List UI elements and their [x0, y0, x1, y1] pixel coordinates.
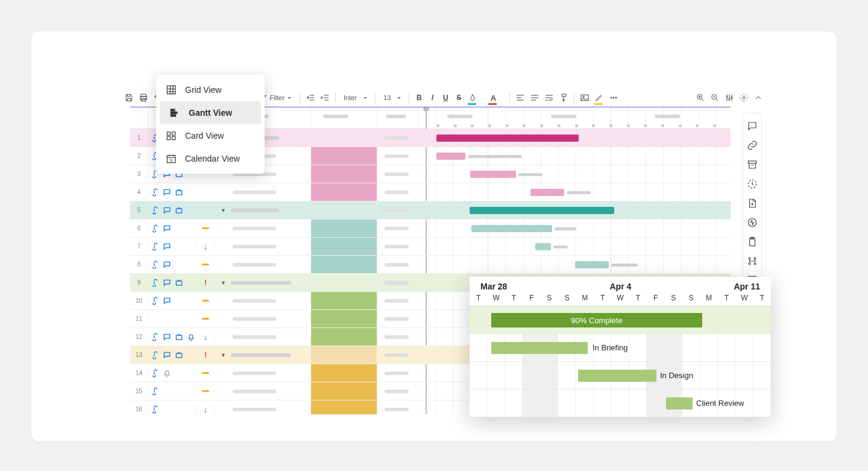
- svg-point-28: [754, 258, 756, 259]
- zoom-bar-design[interactable]: [578, 370, 656, 382]
- brief-icon[interactable]: [175, 188, 183, 197]
- row-number: 12: [130, 333, 148, 340]
- dropdown-item-gantt[interactable]: Gantt View: [160, 101, 261, 124]
- task-cell[interactable]: [215, 335, 311, 339]
- zoom-bar-complete[interactable]: 90% Complete: [491, 313, 702, 327]
- comments-icon[interactable]: [747, 121, 758, 131]
- gantt-bar[interactable]: [436, 153, 465, 160]
- brief-icon[interactable]: [175, 206, 183, 215]
- chat-icon[interactable]: [163, 351, 171, 359]
- zoom-out-icon[interactable]: [709, 92, 721, 104]
- strike-icon[interactable]: S: [453, 93, 464, 102]
- font-selector[interactable]: Inter: [340, 92, 371, 103]
- gear-icon[interactable]: [738, 92, 750, 104]
- chat-icon[interactable]: [163, 297, 171, 305]
- save-icon[interactable]: [123, 92, 135, 104]
- link-icon[interactable]: [151, 387, 159, 396]
- gantt-bar[interactable]: [530, 189, 564, 196]
- links-icon[interactable]: [747, 140, 758, 151]
- more-icon[interactable]: [608, 92, 620, 104]
- gantt-bar[interactable]: [470, 171, 516, 178]
- task-cell[interactable]: [215, 390, 311, 393]
- chat-icon[interactable]: [163, 188, 171, 197]
- chat-icon[interactable]: [163, 279, 171, 287]
- dropdown-item-grid[interactable]: Grid View: [156, 78, 265, 101]
- dropdown-item-card[interactable]: Card View: [156, 124, 265, 147]
- settings-alt-icon[interactable]: [723, 92, 735, 104]
- italic-icon[interactable]: I: [427, 93, 438, 102]
- align-options-icon[interactable]: [529, 92, 541, 104]
- task-cell[interactable]: [215, 191, 311, 194]
- gantt-bar[interactable]: [535, 243, 551, 250]
- archive-icon[interactable]: [747, 159, 758, 170]
- gantt-row[interactable]: 6: [130, 220, 731, 238]
- gantt-row[interactable]: 5▼: [130, 201, 731, 220]
- chat-icon[interactable]: [163, 206, 171, 215]
- chat-icon[interactable]: [163, 242, 171, 251]
- link-icon[interactable]: [151, 333, 159, 341]
- gantt-row[interactable]: 4: [130, 183, 731, 201]
- link-icon[interactable]: [151, 242, 159, 251]
- underline-icon[interactable]: U: [440, 93, 451, 102]
- align-left-icon[interactable]: [514, 92, 526, 104]
- format-paint-icon[interactable]: [558, 92, 570, 104]
- gantt-row[interactable]: 8: [130, 256, 731, 274]
- font-size-selector[interactable]: 13: [380, 92, 404, 103]
- fill-color-icon[interactable]: [467, 92, 479, 104]
- chat-icon[interactable]: [163, 261, 171, 269]
- task-cell[interactable]: [215, 245, 311, 248]
- zoom-bar-briefing[interactable]: [491, 342, 588, 354]
- task-cell[interactable]: [215, 227, 311, 230]
- highlight-icon[interactable]: [593, 92, 605, 104]
- gantt-bar[interactable]: [575, 261, 609, 268]
- color-cell: [311, 238, 377, 255]
- link-icon[interactable]: [151, 261, 159, 269]
- link-icon[interactable]: [151, 351, 159, 359]
- link-icon[interactable]: [151, 188, 159, 197]
- task-cell[interactable]: [215, 317, 311, 321]
- collapse-icon[interactable]: [752, 92, 764, 104]
- zoom-bar-review[interactable]: [666, 397, 693, 409]
- wrap-icon[interactable]: [543, 92, 555, 104]
- chat-icon[interactable]: [163, 224, 171, 233]
- clipboard-icon[interactable]: [747, 236, 758, 247]
- link-icon[interactable]: [151, 369, 159, 378]
- brief-icon[interactable]: [175, 333, 183, 341]
- task-cell[interactable]: [215, 408, 311, 411]
- gantt-bar[interactable]: [436, 134, 579, 142]
- link-icon[interactable]: [151, 206, 159, 215]
- gantt-bar[interactable]: [471, 225, 552, 232]
- row-icons: [148, 224, 197, 233]
- bell-sm-icon[interactable]: [163, 369, 171, 378]
- link-icon[interactable]: [151, 405, 159, 414]
- brief-icon[interactable]: [175, 279, 183, 287]
- task-cell[interactable]: [215, 263, 311, 267]
- document-icon[interactable]: [747, 198, 758, 209]
- chat-icon[interactable]: [163, 333, 171, 341]
- link-icon[interactable]: [151, 297, 159, 305]
- task-cell[interactable]: ▼: [215, 352, 311, 358]
- bold-icon[interactable]: B: [414, 93, 424, 102]
- gantt-row[interactable]: 7↓: [130, 238, 731, 256]
- outdent-icon[interactable]: [304, 92, 316, 104]
- link-icon[interactable]: [151, 224, 159, 233]
- svg-rect-34: [171, 112, 177, 114]
- gantt-bar[interactable]: [470, 207, 614, 214]
- task-cell[interactable]: [215, 371, 311, 375]
- brief-icon[interactable]: [175, 351, 183, 359]
- zoom-in-icon[interactable]: [694, 92, 706, 104]
- task-cell[interactable]: ▼: [215, 207, 311, 213]
- task-cell[interactable]: [215, 299, 311, 303]
- indent-icon[interactable]: [319, 92, 331, 104]
- image-icon[interactable]: [579, 92, 591, 104]
- text-color-icon[interactable]: A: [487, 92, 499, 104]
- print-icon[interactable]: [137, 92, 149, 104]
- svg-point-30: [754, 263, 756, 265]
- history-icon[interactable]: [747, 179, 758, 189]
- bell-icon[interactable]: [187, 333, 195, 341]
- org-icon[interactable]: [747, 256, 758, 267]
- dropdown-item-calendar[interactable]: 31 Calendar View: [156, 147, 265, 170]
- activity-icon[interactable]: [747, 217, 758, 228]
- link-icon[interactable]: [151, 279, 159, 287]
- task-cell[interactable]: ▼: [215, 280, 311, 286]
